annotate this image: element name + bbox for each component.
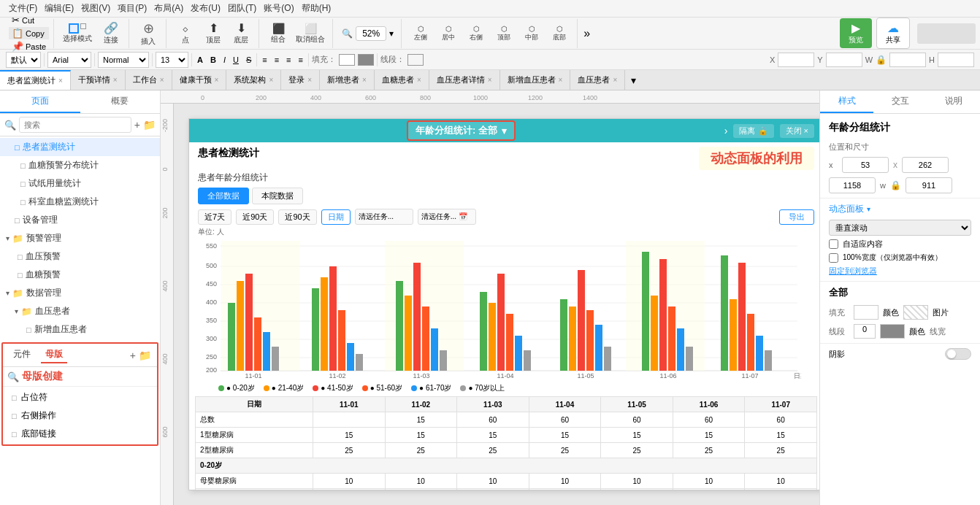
menu-view[interactable]: 视图(V)	[78, 1, 113, 16]
h-right-input[interactable]	[906, 177, 952, 193]
connect-button[interactable]: 🔗 连接	[98, 21, 124, 46]
dynamic-panel-label[interactable]: 动态面板 ▾	[829, 203, 971, 215]
tab-intervention[interactable]: 干预详情 ×	[71, 70, 126, 90]
copy-button[interactable]: 📋 Copy	[9, 27, 49, 39]
tab-all-data[interactable]: 全部数据	[198, 188, 249, 204]
menu-layout[interactable]: 布局(A)	[151, 1, 186, 16]
adaptive-checkbox[interactable]	[829, 239, 838, 249]
tree-item-data-mgmt[interactable]: ▾ 📁 数据管理	[0, 284, 160, 302]
right-tab-interact[interactable]: 交互	[873, 90, 927, 113]
tab-new-patient[interactable]: 新增患者 ×	[320, 70, 375, 90]
scroll-select[interactable]: 垂直滚动	[829, 220, 971, 236]
pin-label[interactable]: 固定到浏览器	[829, 266, 877, 275]
menu-project[interactable]: 项目(P)	[115, 1, 150, 16]
shadow-toggle[interactable]	[945, 348, 971, 360]
align-bottom-button[interactable]: ⬡底部	[546, 21, 573, 46]
tree-item-device-mgmt[interactable]: □ 设备管理	[0, 211, 160, 229]
list-item-placeholder[interactable]: □ 占位符	[3, 388, 157, 406]
right-tab-style[interactable]: 样式	[820, 90, 873, 113]
sidebar-tab-outline[interactable]: 概要	[80, 90, 161, 113]
tree-item-blood-sugar-stats[interactable]: □ 血糖预警分布统计	[0, 156, 160, 174]
insert-button[interactable]: ⊕ 插入	[135, 21, 161, 46]
tree-item-bp-patients[interactable]: ▾ 📁 血压患者	[0, 302, 160, 320]
menu-publish[interactable]: 发布(U)	[188, 1, 223, 16]
tab-components[interactable]: 元件	[9, 347, 35, 363]
canvas-main[interactable]: 年龄分组统计: 全部 ▾ › 隔离 🔒 关闭 ×	[174, 104, 819, 505]
underline-button[interactable]: U	[231, 55, 241, 64]
align-top-button[interactable]: ⬡顶部	[491, 21, 517, 46]
full-width-checkbox[interactable]	[829, 253, 838, 263]
strikethrough-button[interactable]: S	[244, 55, 253, 64]
align-right-button[interactable]: ⬡右侧	[463, 21, 489, 46]
point-button[interactable]: ⬦ 点	[172, 21, 199, 46]
paste-button[interactable]: 📌 Paste	[9, 40, 49, 53]
align-middle-button[interactable]: ⬡中部	[518, 21, 545, 46]
filter-7days[interactable]: 近7天	[198, 209, 231, 225]
menu-account[interactable]: 账号(O)	[261, 1, 296, 16]
align-center-button[interactable]: ⬡居中	[435, 21, 462, 46]
date-from-input[interactable]	[355, 209, 413, 225]
tab-patients[interactable]: 患者监测统计 ×	[0, 70, 71, 90]
style-select[interactable]: Normal	[98, 52, 149, 68]
tree-item-bp-detail[interactable]: □ 血压患者详情	[0, 339, 160, 341]
align-right-format-btn[interactable]: ≡	[284, 55, 293, 64]
select-mode-button[interactable]: 选择模式	[60, 21, 95, 46]
align-left-button[interactable]: ⬡左侧	[407, 21, 434, 46]
list-item-right-action[interactable]: □ 右侧操作	[3, 406, 157, 425]
filter-date[interactable]: 日期	[321, 209, 351, 225]
font-select[interactable]: Arial	[47, 52, 91, 68]
x-input[interactable]	[778, 53, 814, 67]
top-button[interactable]: ⬆ 顶层	[200, 21, 226, 46]
bold-button[interactable]: A	[195, 55, 205, 64]
bottom-button[interactable]: ⬇ 底层	[228, 21, 254, 46]
w-right-input[interactable]	[829, 177, 876, 193]
tab-bp-detail[interactable]: 血压患者详情 ×	[429, 70, 500, 90]
tree-item-paper-stats[interactable]: □ 试纸用量统计	[0, 174, 160, 193]
fill-color-preview[interactable]	[854, 305, 878, 320]
tree-item-new-bp-patient[interactable]: □ 新增血压患者	[0, 320, 160, 339]
fill-color-box2[interactable]	[358, 54, 374, 66]
size-select[interactable]: 13	[156, 52, 188, 68]
x-right-input[interactable]	[842, 157, 889, 173]
tab-new-bp[interactable]: 新增血压患者 ×	[500, 70, 571, 90]
expand-icon[interactable]: ›	[724, 125, 728, 136]
line-num-input[interactable]: 0	[854, 324, 876, 339]
tab-masters[interactable]: 母版	[41, 347, 67, 363]
fill-image-preview[interactable]	[903, 305, 928, 320]
folder-icon[interactable]: 📁	[143, 119, 156, 131]
share-button[interactable]: ☁ 共享	[876, 18, 910, 49]
fill-color-box[interactable]	[339, 54, 355, 66]
style-default-select[interactable]: 默认	[6, 52, 41, 68]
export-button[interactable]: 导出	[779, 209, 814, 225]
isolate-button[interactable]: 隔离 🔒	[733, 124, 773, 138]
line-box[interactable]	[407, 54, 424, 66]
tree-item-dept-stats[interactable]: □ 科室血糖监测统计	[0, 193, 160, 211]
right-tab-note[interactable]: 说明	[927, 90, 980, 113]
menu-team[interactable]: 团队(T)	[225, 1, 259, 16]
list-item-footer[interactable]: □ 底部链接	[3, 425, 157, 443]
add-master-icon[interactable]: +	[130, 350, 136, 361]
zoom-input[interactable]: 52%	[356, 26, 386, 41]
tab-bp[interactable]: 血压患者 ×	[570, 70, 625, 90]
tab-blood-sugar[interactable]: 血糖患者 ×	[375, 70, 429, 90]
y-right-input[interactable]	[902, 157, 949, 173]
sidebar-search-input[interactable]	[19, 117, 131, 133]
y-input[interactable]	[826, 53, 862, 67]
align-justify-format-btn[interactable]: ≡	[296, 55, 305, 64]
tab-arch[interactable]: 系统架构 ×	[226, 70, 281, 90]
group-button[interactable]: ⬛ 组合	[265, 21, 291, 46]
w-input[interactable]	[889, 53, 926, 67]
tab-login[interactable]: 登录 ×	[281, 70, 320, 90]
tree-item-alert-mgmt[interactable]: ▾ 📁 预警管理	[0, 229, 160, 247]
italic-button[interactable]: I	[221, 55, 228, 64]
date-to-input[interactable]: 清远任务... 📅	[418, 209, 476, 225]
more-button[interactable]: »	[579, 27, 594, 40]
tree-item-patients[interactable]: □ 患者监测统计	[0, 138, 160, 156]
tree-item-sugar-alert[interactable]: □ 血糖预警	[0, 266, 160, 284]
panel-title-dropdown[interactable]: 年龄分组统计: 全部 ▾	[407, 120, 516, 141]
ungroup-button[interactable]: ⬜ 取消组合	[293, 21, 328, 46]
filter-90days-2[interactable]: 近90天	[278, 209, 316, 225]
h-input[interactable]	[938, 53, 974, 67]
preview-button[interactable]: ▶ 预览	[840, 18, 872, 48]
tab-health[interactable]: 健康干预 ×	[172, 70, 227, 90]
